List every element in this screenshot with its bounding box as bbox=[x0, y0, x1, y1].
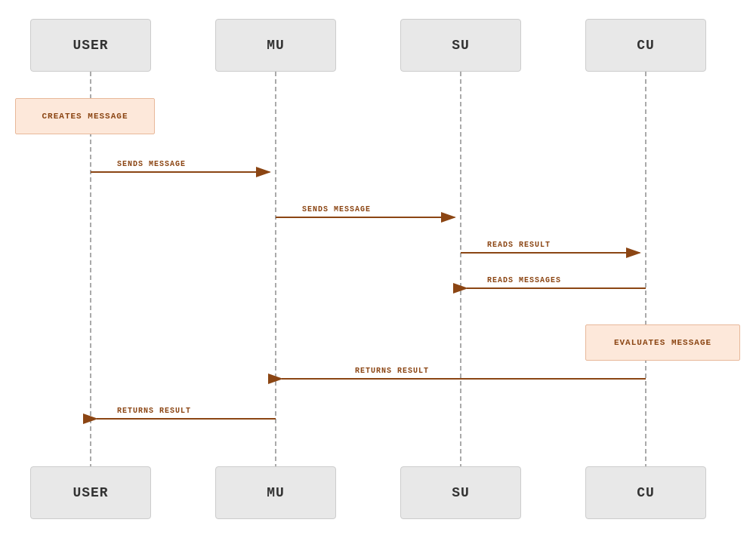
label-reads-result: READS RESULT bbox=[487, 241, 551, 249]
actor-cu-top: CU bbox=[585, 19, 706, 72]
label-reads-messages: READS MESSAGES bbox=[487, 276, 561, 284]
actor-mu-top: MU bbox=[215, 19, 336, 72]
actor-mu-top-label: MU bbox=[267, 38, 285, 53]
actor-su-bottom: SU bbox=[400, 466, 521, 519]
diagram-svg: SENDS MESSAGE SENDS MESSAGE READS RESULT… bbox=[0, 0, 756, 538]
actor-mu-bottom-label: MU bbox=[267, 485, 285, 500]
actor-mu-bottom: MU bbox=[215, 466, 336, 519]
actor-user-bottom-label: USER bbox=[73, 485, 108, 500]
actor-cu-bottom: CU bbox=[585, 466, 706, 519]
actor-su-top-label: SU bbox=[452, 38, 470, 53]
actor-user-bottom: USER bbox=[30, 466, 151, 519]
actor-user-top: USER bbox=[30, 19, 151, 72]
label-sends-message-1: SENDS MESSAGE bbox=[117, 160, 186, 168]
actor-su-bottom-label: SU bbox=[452, 485, 470, 500]
actor-cu-bottom-label: CU bbox=[637, 485, 655, 500]
note-creates-message: CREATES MESSAGE bbox=[15, 98, 155, 134]
label-returns-result-2: RETURNS RESULT bbox=[117, 407, 191, 415]
note-evaluates-message-label: EVALUATES MESSAGE bbox=[614, 338, 711, 347]
actor-su-top: SU bbox=[400, 19, 521, 72]
note-evaluates-message: EVALUATES MESSAGE bbox=[585, 324, 740, 361]
actor-cu-top-label: CU bbox=[637, 38, 655, 53]
label-returns-result-1: RETURNS RESULT bbox=[355, 367, 429, 375]
sequence-diagram: SENDS MESSAGE SENDS MESSAGE READS RESULT… bbox=[0, 0, 756, 538]
actor-user-top-label: USER bbox=[73, 38, 108, 53]
note-creates-message-label: CREATES MESSAGE bbox=[42, 112, 128, 121]
label-sends-message-2: SENDS MESSAGE bbox=[302, 205, 371, 214]
